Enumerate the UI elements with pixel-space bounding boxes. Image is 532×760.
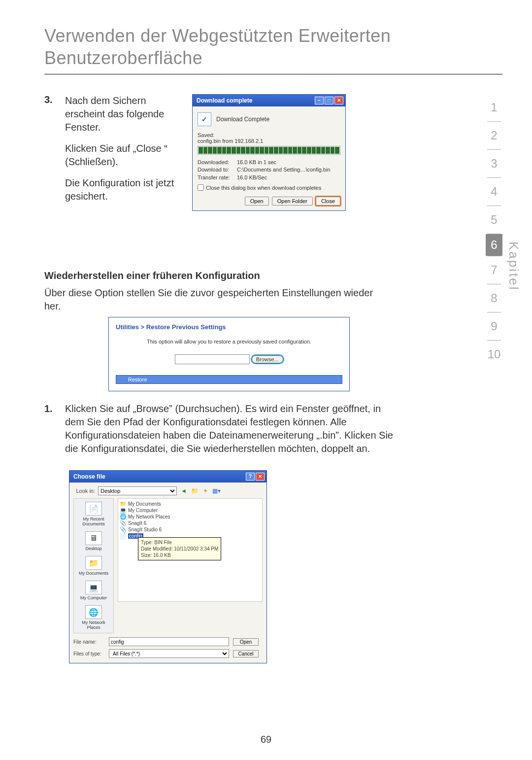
chapter-link[interactable]: 3 — [491, 150, 497, 177]
close-when-complete-label: Close this dialog box when download comp… — [206, 185, 321, 191]
file-list[interactable]: 📁My Documents 💻My Computer 🌐My Network P… — [118, 498, 263, 602]
dl-downloaded-k: Downloaded: — [198, 159, 237, 166]
open-button[interactable]: Open — [245, 197, 269, 206]
view-menu-icon[interactable]: ▦▾ — [212, 487, 220, 495]
chapter-link[interactable]: 10 — [488, 341, 501, 368]
list-item: 📎SnagIt Studio 6 — [120, 526, 260, 532]
up-folder-icon[interactable]: 📁 — [191, 487, 199, 495]
restore-button[interactable]: Restore — [116, 375, 342, 384]
place-recent[interactable]: 📄My Recent Documents — [75, 502, 112, 526]
dl-rate-v: 16.0 KB/Sec — [237, 174, 267, 181]
help-icon[interactable]: ? — [246, 473, 255, 481]
saved-label: Saved: — [198, 132, 340, 138]
download-complete-window: Download complete – □ ✕ ✓ Download Compl… — [192, 94, 346, 211]
filename-label: File name: — [73, 639, 105, 645]
dl-rate-k: Transfer rate: — [198, 174, 237, 181]
step1-number: 1. — [44, 402, 56, 455]
close-icon[interactable]: ✕ — [334, 97, 343, 104]
chapter-link[interactable]: 7 — [491, 256, 497, 284]
step3-p3: Die Konfiguration ist jetzt gesichert. — [65, 176, 183, 203]
restore-heading: Wiederherstellen einer früheren Konfigur… — [44, 270, 389, 281]
restore-panel: Utilities > Restore Previous Settings Th… — [108, 317, 350, 391]
list-item: 🌐My Network Places — [120, 514, 260, 519]
restore-breadcrumb: Utilities > Restore Previous Settings — [116, 323, 342, 331]
dl-window-title: Download complete — [197, 97, 252, 104]
browse-path-input[interactable] — [175, 354, 250, 364]
new-folder-icon[interactable]: ✦ — [201, 487, 209, 495]
dl-complete-label: Download Complete — [216, 116, 269, 123]
chapter-link[interactable]: 2 — [491, 122, 497, 149]
page-title: Verwenden der Webgestützten Erweiterten … — [44, 25, 502, 69]
file-tooltip: Type: BIN File Date Modified: 10/11/2002… — [138, 537, 221, 560]
chapter-link[interactable]: 1 — [491, 94, 497, 121]
minimize-icon[interactable]: – — [315, 97, 324, 104]
cancel-button[interactable]: Cancel — [233, 650, 259, 657]
step3-p1: Nach dem Sichern erscheint das folgende … — [65, 94, 183, 134]
download-icon: ✓ — [198, 112, 211, 126]
chapter-link[interactable]: 4 — [491, 178, 497, 206]
chapter-link[interactable]: 5 — [491, 206, 497, 234]
list-item: 📎SnagIt 6 — [120, 520, 260, 526]
chapter-link-active[interactable]: 6 — [486, 234, 502, 256]
maximize-icon[interactable]: □ — [325, 97, 333, 104]
page-title-line1: Verwenden der Webgestützten Erweiterten — [44, 26, 391, 46]
open-button[interactable]: Open — [233, 638, 259, 646]
page-number: 69 — [0, 734, 532, 745]
saved-file: config.bin from 192.168.2.1 — [198, 138, 340, 144]
place-mynet[interactable]: 🌐My Network Places — [75, 605, 112, 630]
browse-button[interactable]: Browse... — [252, 355, 283, 363]
choose-file-title: Choose file — [73, 473, 105, 480]
dl-downloaded-v: 16.0 KB in 1 sec — [237, 159, 276, 166]
filetype-select[interactable]: All Files (*.*) — [109, 649, 229, 658]
title-rule — [44, 74, 502, 74]
kapitel-label: Kapitel — [506, 242, 521, 291]
dl-downloadto-k: Download to: — [198, 166, 237, 173]
close-button[interactable]: Close — [316, 197, 340, 206]
lookin-label: Look in: — [73, 488, 95, 494]
step3-p2: Klicken Sie auf „Close “ (Schließen). — [65, 142, 183, 169]
progress-bar — [198, 146, 340, 155]
step1-text: Klicken Sie auf „Browse” (Durchsuchen). … — [65, 402, 399, 455]
filetype-label: Files of type: — [73, 651, 105, 656]
chapter-sidebar: 1 2 3 4 5 6 7 8 9 10 — [486, 94, 502, 368]
place-mydocs[interactable]: 📁My Documents — [75, 556, 112, 576]
list-item: 💻My Computer — [120, 507, 260, 513]
dl-downloadto-v: C:\Documents and Setting…\config.bin — [237, 166, 331, 173]
place-desktop[interactable]: 🖥Desktop — [75, 531, 112, 551]
page-title-line2: Benutzeroberfläche — [44, 48, 202, 68]
restore-desc: This option will allow you to restore a … — [116, 339, 342, 345]
step3-number: 3. — [44, 94, 56, 105]
close-icon[interactable]: ✕ — [256, 473, 265, 481]
list-item: 📁My Documents — [120, 501, 260, 507]
choose-file-window: Choose file ? ✕ Look in: Desktop ◄ 📁 ✦ ▦… — [69, 470, 267, 663]
place-mycomp[interactable]: 💻My Computer — [75, 581, 112, 600]
lookin-select[interactable]: Desktop — [98, 486, 177, 495]
back-icon[interactable]: ◄ — [180, 487, 188, 495]
filename-input[interactable] — [109, 637, 229, 646]
chapter-link[interactable]: 8 — [491, 284, 497, 312]
close-when-complete-checkbox[interactable] — [198, 184, 204, 191]
restore-intro: Über diese Option stellen Sie die zuvor … — [44, 286, 389, 313]
open-folder-button[interactable]: Open Folder — [272, 197, 313, 206]
chapter-link[interactable]: 9 — [491, 312, 497, 340]
places-bar: 📄My Recent Documents 🖥Desktop 📁My Docume… — [73, 498, 114, 633]
